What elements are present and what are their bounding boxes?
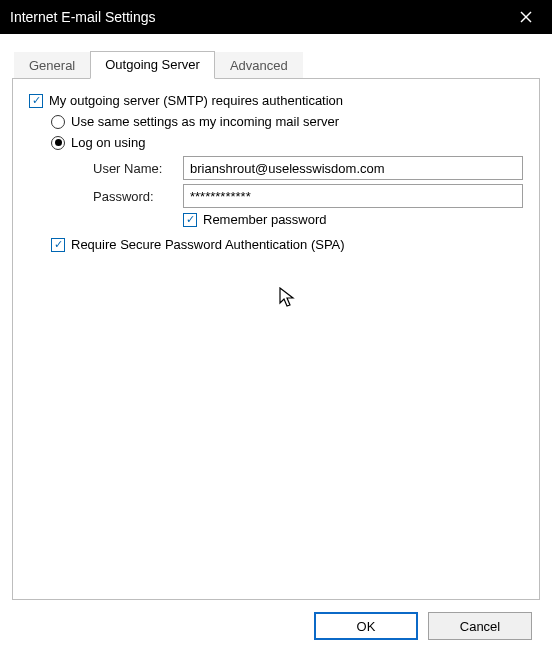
close-button[interactable] (506, 0, 546, 34)
username-row: User Name: (93, 156, 523, 180)
username-input[interactable] (183, 156, 523, 180)
dialog-footer: OK Cancel (12, 600, 540, 654)
use-same-row: Use same settings as my incoming mail se… (51, 114, 523, 129)
use-same-label: Use same settings as my incoming mail se… (71, 114, 339, 129)
client-area: General Outgoing Server Advanced ✓ My ou… (0, 34, 552, 654)
use-same-radio[interactable] (51, 115, 65, 129)
spa-label: Require Secure Password Authentication (… (71, 237, 345, 252)
cancel-button[interactable]: Cancel (428, 612, 532, 640)
spa-checkbox[interactable]: ✓ (51, 238, 65, 252)
password-row: Password: (93, 184, 523, 208)
smtp-auth-label: My outgoing server (SMTP) requires authe… (49, 93, 343, 108)
username-label: User Name: (93, 161, 183, 176)
window-title: Internet E-mail Settings (10, 9, 156, 25)
spa-row: ✓ Require Secure Password Authentication… (51, 237, 523, 252)
tab-strip: General Outgoing Server Advanced (14, 50, 540, 78)
log-on-row: Log on using (51, 135, 523, 150)
smtp-auth-checkbox[interactable]: ✓ (29, 94, 43, 108)
remember-row: ✓ Remember password (183, 212, 523, 227)
password-input[interactable] (183, 184, 523, 208)
tab-panel-outgoing: ✓ My outgoing server (SMTP) requires aut… (12, 78, 540, 600)
cursor-icon (279, 287, 297, 309)
close-icon (520, 11, 532, 23)
tab-advanced[interactable]: Advanced (215, 52, 303, 79)
log-on-radio[interactable] (51, 136, 65, 150)
titlebar: Internet E-mail Settings (0, 0, 552, 34)
smtp-auth-row: ✓ My outgoing server (SMTP) requires aut… (29, 93, 523, 108)
remember-checkbox[interactable]: ✓ (183, 213, 197, 227)
radio-dot-icon (55, 139, 62, 146)
ok-button[interactable]: OK (314, 612, 418, 640)
log-on-label: Log on using (71, 135, 145, 150)
password-label: Password: (93, 189, 183, 204)
remember-label: Remember password (203, 212, 327, 227)
tab-general[interactable]: General (14, 52, 90, 79)
tab-outgoing-server[interactable]: Outgoing Server (90, 51, 215, 79)
